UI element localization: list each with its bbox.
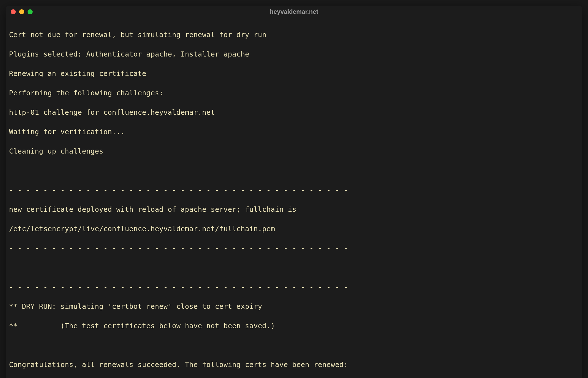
titlebar: heyvaldemar.net xyxy=(6,6,582,18)
terminal-line: Plugins selected: Authenticator apache, … xyxy=(9,50,579,59)
window-title: heyvaldemar.net xyxy=(270,8,318,15)
terminal-line xyxy=(9,166,579,176)
terminal-line: Cert not due for renewal, but simulating… xyxy=(9,30,579,40)
terminal-line: - - - - - - - - - - - - - - - - - - - - … xyxy=(9,282,579,292)
terminal-line: Cleaning up challenges xyxy=(9,147,579,156)
terminal-line: - - - - - - - - - - - - - - - - - - - - … xyxy=(9,244,579,253)
terminal-window: heyvaldemar.net Cert not due for renewal… xyxy=(6,6,582,378)
terminal-line: Congratulations, all renewals succeeded.… xyxy=(9,360,579,370)
terminal-line: - - - - - - - - - - - - - - - - - - - - … xyxy=(9,185,579,195)
close-icon[interactable] xyxy=(11,9,16,14)
terminal-line: ** DRY RUN: simulating 'certbot renew' c… xyxy=(9,302,579,312)
traffic-lights xyxy=(11,9,33,14)
terminal-line xyxy=(9,263,579,273)
terminal-line: http-01 challenge for confluence.heyvald… xyxy=(9,108,579,118)
maximize-icon[interactable] xyxy=(28,9,33,14)
terminal-line: Renewing an existing certificate xyxy=(9,69,579,79)
terminal-body[interactable]: Cert not due for renewal, but simulating… xyxy=(6,18,582,378)
minimize-icon[interactable] xyxy=(19,9,24,14)
terminal-line xyxy=(9,341,579,350)
terminal-line: Waiting for verification... xyxy=(9,127,579,137)
terminal-line: new certificate deployed with reload of … xyxy=(9,205,579,215)
terminal-line: Performing the following challenges: xyxy=(9,88,579,98)
terminal-line: /etc/letsencrypt/live/confluence.heyvald… xyxy=(9,224,579,234)
terminal-line: ** (The test certificates below have not… xyxy=(9,321,579,331)
